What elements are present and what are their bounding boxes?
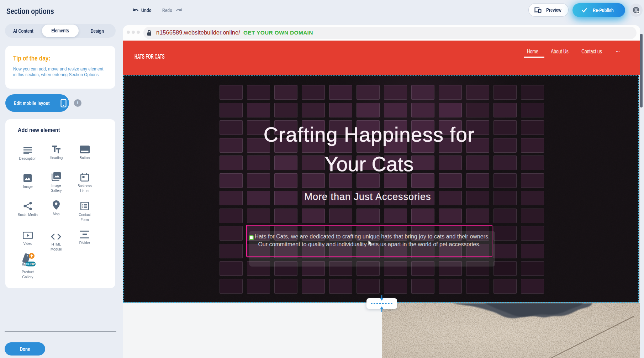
svg-text:SHOP: SHOP	[26, 262, 35, 266]
